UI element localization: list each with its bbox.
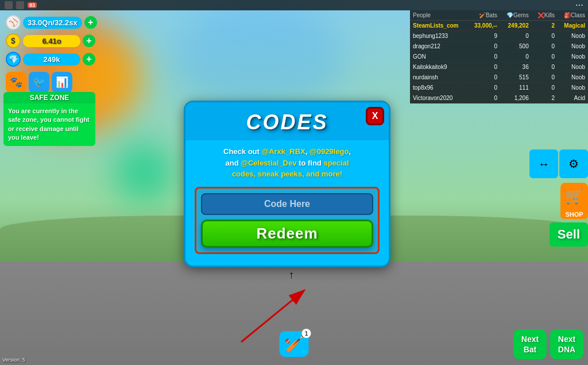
paw-button[interactable]: 🐾 bbox=[6, 72, 26, 93]
codes-input-area: Redeem bbox=[195, 187, 380, 254]
leaderboard-cell: nurdainsh bbox=[410, 72, 468, 83]
dots-menu[interactable]: ⋯ bbox=[575, 1, 583, 10]
leaderboard-cell: Noob bbox=[558, 72, 588, 83]
shop-cart-icon[interactable]: 🛒 bbox=[560, 183, 588, 210]
bottom-right-buttons: Next Bat Next DNA bbox=[513, 329, 583, 359]
leaderboard-cell: 0 bbox=[532, 72, 558, 83]
leaderboard-cell: 0 bbox=[468, 93, 500, 103]
code-input[interactable] bbox=[201, 193, 373, 215]
leaderboard-cell: 111 bbox=[500, 83, 532, 93]
leaderboard-cell: 500 bbox=[500, 41, 532, 52]
leaderboard-cell: 249,202 bbox=[500, 21, 532, 31]
leaderboard-cell: 0 bbox=[468, 83, 500, 93]
codes-container: CODES X Check out @Arxk_RBX, @0929lego, … bbox=[184, 101, 390, 267]
leaderboard-panel: People 🏏Bats 💎Gems ❌Kills 🎒Class SteamLi… bbox=[410, 10, 588, 103]
leaderboard-row: top8x9601110Noob bbox=[410, 83, 588, 93]
gem-stat-bar: 💎 249k + bbox=[6, 51, 97, 67]
bat-cross-icon: 🏏 bbox=[284, 335, 304, 353]
col-bats: 🏏Bats bbox=[468, 10, 500, 21]
leaderboard-cell: Kaitokkaitok9 bbox=[410, 62, 468, 72]
col-people: People bbox=[410, 10, 468, 21]
leaderboard-cell: Victoravon2020 bbox=[410, 93, 468, 103]
coin-stat-bar: $ 6.41o + bbox=[6, 33, 97, 49]
redeem-button[interactable]: Redeem bbox=[201, 220, 373, 248]
bat-count: 1 bbox=[302, 329, 311, 338]
top-bar-left: 83 bbox=[5, 1, 37, 9]
coin-icon: $ bbox=[6, 33, 21, 48]
version-label: Version: 5 bbox=[2, 357, 25, 363]
bat-item-center: 🏏 1 bbox=[280, 331, 309, 357]
window-icon bbox=[16, 1, 24, 9]
leaderboard-row: bephung1233900Noob bbox=[410, 31, 588, 41]
sell-label[interactable]: Sell bbox=[550, 222, 588, 247]
leaderboard-cell: 0 bbox=[468, 41, 500, 52]
shop-label[interactable]: SHOP bbox=[560, 210, 588, 219]
col-kills: ❌Kills bbox=[532, 10, 558, 21]
leaderboard-cell: Acid bbox=[558, 93, 588, 103]
notification-badge: 83 bbox=[28, 2, 37, 8]
codes-title: CODES bbox=[197, 110, 377, 135]
gem-icon: 💎 bbox=[6, 52, 21, 67]
shop-button-container: 🛒 SHOP bbox=[560, 183, 588, 219]
safe-zone-header: SAFE ZONE bbox=[3, 92, 95, 103]
baseball-plus-button[interactable]: + bbox=[84, 16, 97, 29]
safe-zone-body: You are currently in the safe zone, you … bbox=[3, 103, 95, 146]
leaderboard-cell: Noob bbox=[558, 52, 588, 62]
twitter-button[interactable]: 🐦 bbox=[29, 72, 49, 93]
leaderboard-cell: top8x96 bbox=[410, 83, 468, 93]
sell-button[interactable]: Sell bbox=[550, 222, 588, 247]
leaderboard-row: SteamLists_com33,000,--249,2022Magical bbox=[410, 21, 588, 31]
leaderboard-cell: Noob bbox=[558, 41, 588, 52]
leaderboard-cell: Noob bbox=[558, 83, 588, 93]
leaderboard-cell: 0 bbox=[468, 52, 500, 62]
leaderboard-row: Victoravon202001,2062Acid bbox=[410, 93, 588, 103]
baseball-icon: ⚾ bbox=[6, 15, 21, 30]
col-gems: 💎Gems bbox=[500, 10, 532, 21]
codes-description: Check out @Arxk_RBX, @0929lego, and @Cel… bbox=[185, 140, 389, 185]
leaderboard-row: Kaitokkaitok90360Noob bbox=[410, 62, 588, 72]
leaderboard-cell: bephung1233 bbox=[410, 31, 468, 41]
top-bar-right: ⋯ bbox=[575, 1, 583, 10]
leaderboard-row: dragon21205000Noob bbox=[410, 41, 588, 52]
coin-plus-button[interactable]: + bbox=[83, 34, 95, 47]
leaderboard-cell: 33,000,-- bbox=[468, 21, 500, 31]
coin-value: 6.41o bbox=[23, 35, 80, 47]
next-dna-button[interactable]: Next DNA bbox=[550, 329, 583, 359]
leaderboard-header: People 🏏Bats 💎Gems ❌Kills 🎒Class bbox=[410, 10, 588, 21]
leaderboard-cell: dragon212 bbox=[410, 41, 468, 52]
chart-button[interactable]: 📊 bbox=[52, 72, 72, 93]
leaderboard-cell: 2 bbox=[532, 93, 558, 103]
leaderboard-cell: 2 bbox=[532, 21, 558, 31]
leaderboard-body: SteamLists_com33,000,--249,2022Magicalbe… bbox=[410, 21, 588, 103]
next-bat-button[interactable]: Next Bat bbox=[513, 329, 547, 359]
leaderboard-table: People 🏏Bats 💎Gems ❌Kills 🎒Class SteamLi… bbox=[410, 10, 588, 103]
leaderboard-cell: GON bbox=[410, 52, 468, 62]
leaderboard-cell: 0 bbox=[500, 52, 532, 62]
bat-icon-bg[interactable]: 🏏 1 bbox=[280, 331, 309, 357]
leaderboard-cell: Noob bbox=[558, 31, 588, 41]
codes-modal: CODES X Check out @Arxk_RBX, @0929lego, … bbox=[184, 101, 390, 267]
leaderboard-cell: 1,206 bbox=[500, 93, 532, 103]
leaderboard-cell: Magical bbox=[558, 21, 588, 31]
col-class: 🎒Class bbox=[558, 10, 588, 21]
leaderboard-cell: 0 bbox=[532, 31, 558, 41]
arrow-button[interactable]: ↔ bbox=[529, 149, 558, 178]
leaderboard-cell: 515 bbox=[500, 72, 532, 83]
gem-value: 249k bbox=[23, 53, 80, 66]
left-hud: ⚾ 33.0Qn/32.2sx + $ 6.41o + 💎 249k + 🐾 🐦… bbox=[6, 14, 97, 93]
gear-button[interactable]: ⚙ bbox=[559, 149, 588, 178]
close-button[interactable]: X bbox=[366, 107, 384, 125]
leaderboard-row: nurdainsh05150Noob bbox=[410, 72, 588, 83]
leaderboard-cell: 36 bbox=[500, 62, 532, 72]
gem-plus-button[interactable]: + bbox=[83, 53, 95, 66]
leaderboard-cell: Noob bbox=[558, 62, 588, 72]
top-bar: 83 ⋯ bbox=[0, 0, 588, 10]
action-buttons: 🐾 🐦 📊 bbox=[6, 72, 97, 93]
leaderboard-cell: 0 bbox=[500, 31, 532, 41]
right-buttons: ↔ ⚙ 🛒 SHOP Sell bbox=[529, 149, 588, 247]
leaderboard-cell: SteamLists_com bbox=[410, 21, 468, 31]
codes-header: CODES bbox=[185, 102, 389, 140]
leaderboard-cell: 0 bbox=[532, 41, 558, 52]
leaderboard-cell: 9 bbox=[468, 31, 500, 41]
baseball-value: 33.0Qn/32.2sx bbox=[23, 17, 82, 29]
